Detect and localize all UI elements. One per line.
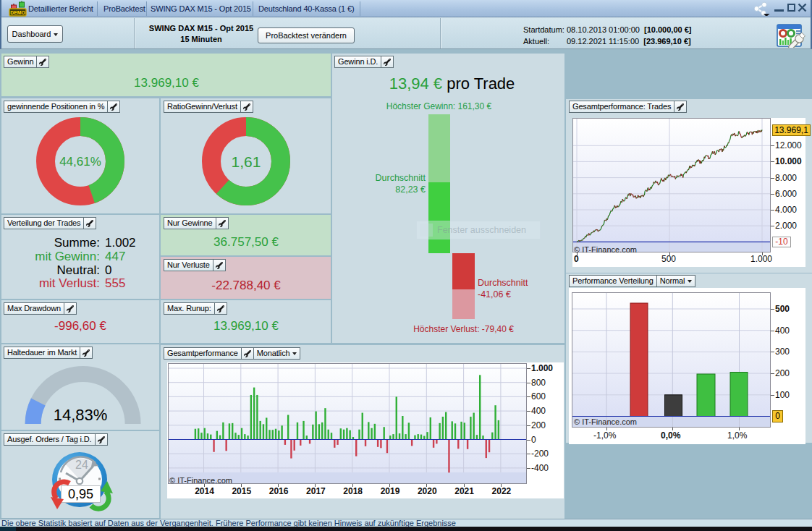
svg-text:DEMO: DEMO [10,10,25,15]
